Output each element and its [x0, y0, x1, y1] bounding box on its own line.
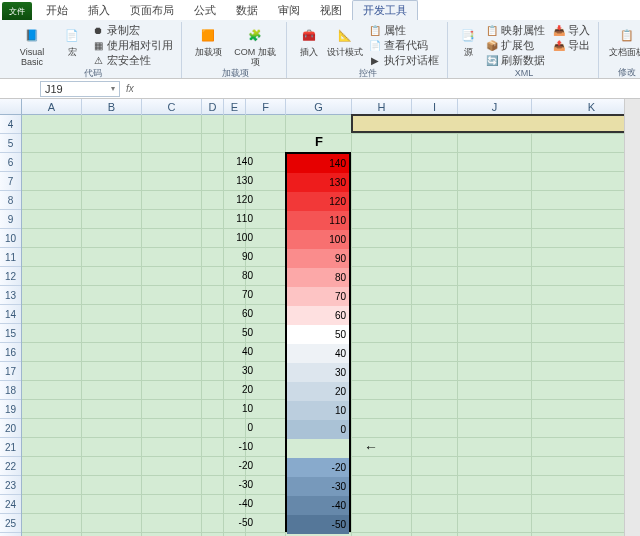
- relative-ref-button[interactable]: ▦使用相对引用: [90, 38, 175, 52]
- import-button[interactable]: 📥导入: [551, 23, 592, 37]
- xml-source-button[interactable]: 📑源: [456, 22, 480, 57]
- row-header-22[interactable]: 22: [0, 457, 21, 476]
- row-header-9[interactable]: 9: [0, 210, 21, 229]
- warning-icon: ⚠: [92, 54, 104, 66]
- arrow-icon: ←: [364, 439, 378, 455]
- chart-label: -50: [213, 517, 253, 528]
- row-header-4[interactable]: 4: [0, 115, 21, 134]
- row-header-5[interactable]: 5: [0, 134, 21, 153]
- group-xml: 📑源 📋映射属性 📦扩展包 🔄刷新数据 📥导入 📤导出 XML: [450, 22, 599, 78]
- tab-view[interactable]: 视图: [310, 1, 352, 20]
- tab-review[interactable]: 审阅: [268, 1, 310, 20]
- chart-label: 120: [213, 194, 253, 205]
- row-header-13[interactable]: 13: [0, 286, 21, 305]
- col-header-G[interactable]: G: [286, 99, 352, 115]
- code-icon: 📄: [369, 39, 381, 51]
- row-header-12[interactable]: 12: [0, 267, 21, 286]
- chart-cell: 130: [287, 173, 349, 192]
- col-header-H[interactable]: H: [352, 99, 412, 115]
- fx-icon[interactable]: fx: [126, 83, 134, 94]
- ribbon-groups: 📘Visual Basic 📄宏 ⏺录制宏 ▦使用相对引用 ⚠宏安全性 代码 🟧…: [0, 20, 640, 78]
- row-header-14[interactable]: 14: [0, 305, 21, 324]
- row-header-25[interactable]: 25: [0, 514, 21, 533]
- dropdown-icon: ▾: [111, 84, 115, 93]
- tab-layout[interactable]: 页面布局: [120, 1, 184, 20]
- tab-insert[interactable]: 插入: [78, 1, 120, 20]
- group-controls: 🧰插入 📐设计模式 📋属性 📄查看代码 ▶执行对话框 控件: [289, 22, 448, 78]
- name-box[interactable]: J19▾: [40, 81, 120, 97]
- chart-cell: -40: [287, 496, 349, 515]
- addins-button[interactable]: 🟧加载项: [190, 22, 226, 57]
- design-mode-button[interactable]: 📐设计模式: [327, 22, 363, 57]
- selection-range: [351, 114, 640, 133]
- row-header-17[interactable]: 17: [0, 362, 21, 381]
- macro-security-button[interactable]: ⚠宏安全性: [90, 53, 175, 67]
- insert-control-button[interactable]: 🧰插入: [295, 22, 323, 57]
- chart-label: 40: [213, 346, 253, 357]
- group-label: 代码: [10, 67, 175, 79]
- col-header-I[interactable]: I: [412, 99, 458, 115]
- col-header-D[interactable]: D: [202, 99, 224, 115]
- group-code: 📘Visual Basic 📄宏 ⏺录制宏 ▦使用相对引用 ⚠宏安全性 代码: [4, 22, 182, 78]
- dialog-icon: ▶: [369, 54, 381, 66]
- visual-basic-button[interactable]: 📘Visual Basic: [10, 22, 54, 67]
- tab-formulas[interactable]: 公式: [184, 1, 226, 20]
- row-header-6[interactable]: 6: [0, 153, 21, 172]
- group-label: 控件: [295, 67, 441, 79]
- tab-developer[interactable]: 开发工具: [352, 0, 418, 20]
- chart-cell: [287, 439, 349, 458]
- row-header-19[interactable]: 19: [0, 400, 21, 419]
- ribbon: 文件 开始 插入 页面布局 公式 数据 审阅 视图 开发工具 📘Visual B…: [0, 0, 640, 79]
- import-icon: 📥: [553, 24, 565, 36]
- properties-button[interactable]: 📋属性: [367, 23, 441, 37]
- record-macro-button[interactable]: ⏺录制宏: [90, 23, 175, 37]
- row-header-11[interactable]: 11: [0, 248, 21, 267]
- row-header-21[interactable]: 21: [0, 438, 21, 457]
- col-header-E[interactable]: E: [224, 99, 246, 115]
- col-header-B[interactable]: B: [82, 99, 142, 115]
- chart-cell: 140: [287, 154, 349, 173]
- macros-button[interactable]: 📄宏: [58, 22, 86, 57]
- tab-data[interactable]: 数据: [226, 1, 268, 20]
- ribbon-tabs: 文件 开始 插入 页面布局 公式 数据 审阅 视图 开发工具: [0, 0, 640, 20]
- col-header-F[interactable]: F: [246, 99, 286, 115]
- run-dialog-button[interactable]: ▶执行对话框: [367, 53, 441, 67]
- row-header-16[interactable]: 16: [0, 343, 21, 362]
- app-menu-button[interactable]: 文件: [2, 2, 32, 20]
- row-header-23[interactable]: 23: [0, 476, 21, 495]
- view-code-button[interactable]: 📄查看代码: [367, 38, 441, 52]
- select-all-corner[interactable]: [0, 99, 22, 114]
- map-icon: 📋: [486, 24, 498, 36]
- chart-label: 100: [213, 232, 253, 243]
- doc-panel-button[interactable]: 📋文档面板: [607, 22, 640, 57]
- refresh-data-button[interactable]: 🔄刷新数据: [484, 53, 547, 67]
- row-header-15[interactable]: 15: [0, 324, 21, 343]
- row-header-7[interactable]: 7: [0, 172, 21, 191]
- chart-label: -20: [213, 460, 253, 471]
- chart-label: 20: [213, 384, 253, 395]
- map-props-button[interactable]: 📋映射属性: [484, 23, 547, 37]
- row-header-18[interactable]: 18: [0, 381, 21, 400]
- record-icon: ⏺: [92, 24, 104, 36]
- chart-cell: 30: [287, 363, 349, 382]
- row-header-24[interactable]: 24: [0, 495, 21, 514]
- row-header-8[interactable]: 8: [0, 191, 21, 210]
- chart-label: 50: [213, 327, 253, 338]
- group-label: 加载项: [190, 67, 280, 79]
- vertical-scrollbar[interactable]: [624, 99, 640, 536]
- pack-icon: 📦: [486, 39, 498, 51]
- tab-home[interactable]: 开始: [36, 1, 78, 20]
- chart-cell: 40: [287, 344, 349, 363]
- expansion-pack-button[interactable]: 📦扩展包: [484, 38, 547, 52]
- col-header-J[interactable]: J: [458, 99, 532, 115]
- chart-label: -10: [213, 441, 253, 452]
- chart-cell: 80: [287, 268, 349, 287]
- col-header-C[interactable]: C: [142, 99, 202, 115]
- cell-grid[interactable]: F1401301201101009080706050403020100-20-3…: [22, 115, 640, 536]
- row-header-10[interactable]: 10: [0, 229, 21, 248]
- export-button[interactable]: 📤导出: [551, 38, 592, 52]
- chart-label: 0: [213, 422, 253, 433]
- com-addins-button[interactable]: 🧩COM 加载项: [230, 22, 280, 67]
- col-header-A[interactable]: A: [22, 99, 82, 115]
- row-header-20[interactable]: 20: [0, 419, 21, 438]
